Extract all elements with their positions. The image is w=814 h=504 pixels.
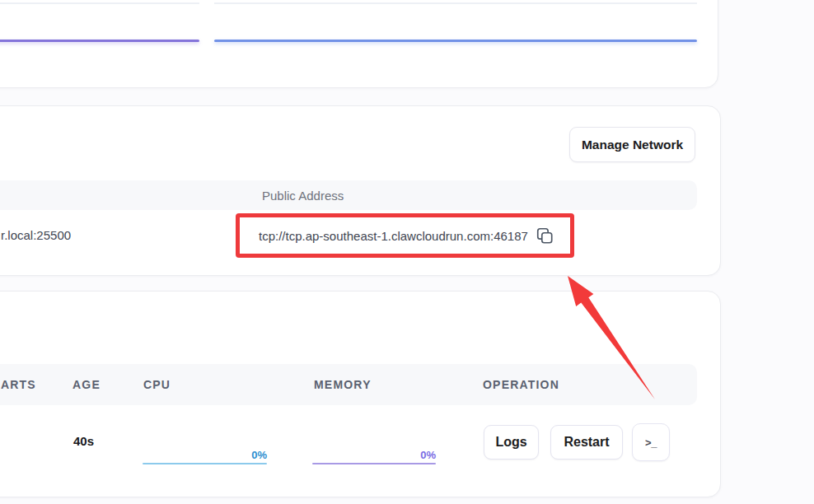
cpu-percent-label: 0% xyxy=(251,449,267,461)
copy-icon[interactable] xyxy=(536,226,554,245)
console-page: Manage Network Public Address r.local:25… xyxy=(0,0,814,504)
header-cpu: CPU xyxy=(143,364,171,405)
memory-usage-cell: 0% xyxy=(312,448,436,464)
chart-gridline xyxy=(214,2,697,4)
memory-usage-bar xyxy=(312,463,436,464)
header-age: AGE xyxy=(73,364,101,405)
right-sparkline xyxy=(214,40,697,42)
cpu-usage-cell: 0% xyxy=(143,448,267,464)
memory-percent-label: 0% xyxy=(420,449,436,461)
pods-card: ARTS AGE CPU MEMORY OPERATION 40s 0% 0% … xyxy=(0,291,721,497)
terminal-icon: >_ xyxy=(645,436,657,449)
public-address-value: tcp://tcp.ap-southeast-1.clawcloudrun.co… xyxy=(259,229,528,243)
network-table-header-row: Public Address xyxy=(0,180,697,210)
header-operation: OPERATION xyxy=(483,364,559,405)
public-address-header: Public Address xyxy=(262,180,344,210)
age-value: 40s xyxy=(73,434,94,448)
left-sparkline xyxy=(0,40,199,42)
restart-button[interactable]: Restart xyxy=(550,425,623,460)
monitor-card xyxy=(0,0,718,88)
pods-table-header-row: ARTS AGE CPU MEMORY OPERATION xyxy=(0,364,697,405)
terminal-button[interactable]: >_ xyxy=(632,423,670,461)
private-address-value: r.local:25500 xyxy=(1,228,71,242)
cpu-usage-bar xyxy=(143,463,267,464)
manage-network-button[interactable]: Manage Network xyxy=(569,127,695,162)
network-card: Manage Network Public Address r.local:25… xyxy=(0,105,721,276)
header-restarts: ARTS xyxy=(1,364,36,405)
chart-gridline xyxy=(0,2,199,4)
public-address-cell: tcp://tcp.ap-southeast-1.clawcloudrun.co… xyxy=(259,226,554,245)
logs-button[interactable]: Logs xyxy=(484,425,539,460)
header-memory: MEMORY xyxy=(314,364,372,405)
